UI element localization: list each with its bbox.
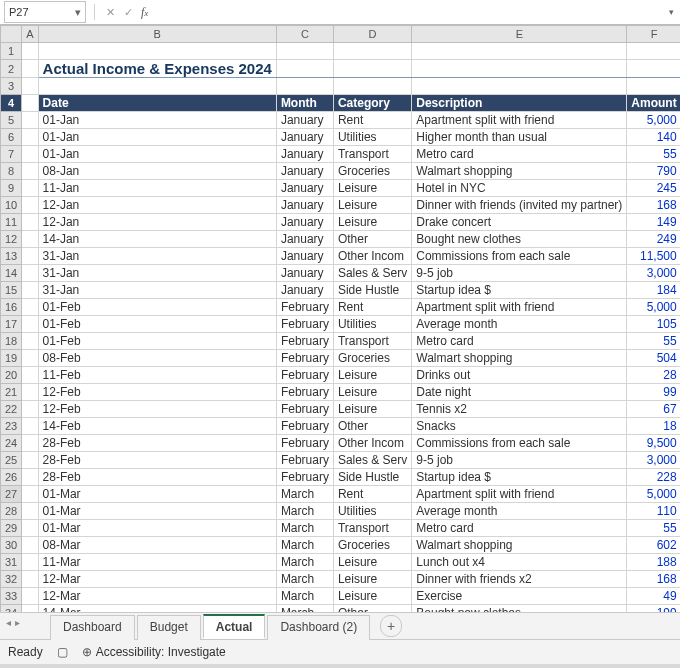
cell[interactable] <box>276 78 333 95</box>
cell[interactable] <box>22 43 38 60</box>
cell-description[interactable]: Apartment split with friend <box>412 299 627 316</box>
cell-description[interactable]: Commissions from each sale <box>412 435 627 452</box>
expand-formula-bar-icon[interactable]: ▾ <box>662 7 680 17</box>
cell-description[interactable]: Higher month than usual <box>412 129 627 146</box>
row-header[interactable]: 7 <box>1 146 22 163</box>
row-header[interactable]: 30 <box>1 537 22 554</box>
cell-month[interactable]: March <box>276 486 333 503</box>
row-header[interactable]: 21 <box>1 384 22 401</box>
cell-month[interactable]: March <box>276 588 333 605</box>
cell-month[interactable]: January <box>276 112 333 129</box>
cell-date[interactable]: 01-Jan <box>38 146 276 163</box>
cell-amount[interactable]: 228 <box>627 469 680 486</box>
row-header[interactable]: 13 <box>1 248 22 265</box>
cell-date[interactable]: 31-Jan <box>38 282 276 299</box>
cell-amount[interactable]: 110 <box>627 503 680 520</box>
cell-month[interactable]: January <box>276 163 333 180</box>
cell-date[interactable]: 01-Feb <box>38 299 276 316</box>
cell[interactable] <box>22 469 38 486</box>
cell-amount[interactable]: 3,000 <box>627 452 680 469</box>
cell-date[interactable]: 12-Mar <box>38 571 276 588</box>
row-header[interactable]: 16 <box>1 299 22 316</box>
fx-icon[interactable]: fx <box>141 5 148 20</box>
cell-description[interactable]: Bought new clothes <box>412 605 627 613</box>
cell-description[interactable]: Walmart shopping <box>412 350 627 367</box>
cell-category[interactable]: Sales & Serv <box>333 265 411 282</box>
cell-amount[interactable]: 504 <box>627 350 680 367</box>
cell-month[interactable]: March <box>276 520 333 537</box>
cell-description[interactable]: Metro card <box>412 146 627 163</box>
cell-description[interactable]: Average month <box>412 316 627 333</box>
cell-category[interactable]: Other <box>333 418 411 435</box>
cell-amount[interactable]: 18 <box>627 418 680 435</box>
col-header-category[interactable]: Category <box>333 95 411 112</box>
cell-date[interactable]: 14-Jan <box>38 231 276 248</box>
cell[interactable] <box>22 537 38 554</box>
cell-month[interactable]: February <box>276 418 333 435</box>
cell-amount[interactable]: 140 <box>627 129 680 146</box>
column-header-D[interactable]: D <box>333 26 411 43</box>
cell-month[interactable]: March <box>276 503 333 520</box>
cell-amount[interactable]: 55 <box>627 333 680 350</box>
cell-amount[interactable]: 28 <box>627 367 680 384</box>
cell[interactable] <box>22 248 38 265</box>
cell-month[interactable]: February <box>276 401 333 418</box>
sheet-tab-actual[interactable]: Actual <box>203 614 266 639</box>
row-header[interactable]: 12 <box>1 231 22 248</box>
cell-date[interactable]: 01-Feb <box>38 333 276 350</box>
cell-date[interactable]: 01-Jan <box>38 112 276 129</box>
row-header[interactable]: 31 <box>1 554 22 571</box>
cell-description[interactable]: Hotel in NYC <box>412 180 627 197</box>
cell-category[interactable]: Utilities <box>333 503 411 520</box>
cell-amount[interactable]: 149 <box>627 214 680 231</box>
cell[interactable] <box>22 435 38 452</box>
cell[interactable] <box>22 588 38 605</box>
cell-category[interactable]: Other Incom <box>333 435 411 452</box>
cell-date[interactable]: 28-Feb <box>38 452 276 469</box>
cell[interactable] <box>22 95 38 112</box>
cell-description[interactable]: Startup idea $ <box>412 282 627 299</box>
cell-category[interactable]: Side Hustle <box>333 282 411 299</box>
cell-description[interactable]: Commissions from each sale <box>412 248 627 265</box>
row-header[interactable]: 19 <box>1 350 22 367</box>
cell-category[interactable]: Side Hustle <box>333 469 411 486</box>
cell-description[interactable]: Bought new clothes <box>412 231 627 248</box>
cell-category[interactable]: Leisure <box>333 571 411 588</box>
cell-month[interactable]: March <box>276 537 333 554</box>
cell-date[interactable]: 12-Jan <box>38 197 276 214</box>
cell-description[interactable]: Drake concert <box>412 214 627 231</box>
cell-date[interactable]: 01-Jan <box>38 129 276 146</box>
cell-description[interactable]: Dinner with friends (invited my partner) <box>412 197 627 214</box>
cell-category[interactable]: Leisure <box>333 384 411 401</box>
cell-date[interactable]: 12-Feb <box>38 401 276 418</box>
cell-amount[interactable]: 168 <box>627 197 680 214</box>
sheet-title[interactable]: Actual Income & Expenses 2024 <box>38 60 276 78</box>
col-header-amount[interactable]: Amount <box>627 95 680 112</box>
cell[interactable] <box>627 78 680 95</box>
row-header[interactable]: 20 <box>1 367 22 384</box>
cell-date[interactable]: 31-Jan <box>38 265 276 282</box>
cell-date[interactable]: 08-Mar <box>38 537 276 554</box>
cell-amount[interactable]: 245 <box>627 180 680 197</box>
cell[interactable] <box>22 180 38 197</box>
row-header[interactable]: 26 <box>1 469 22 486</box>
cell-category[interactable]: Rent <box>333 112 411 129</box>
cell-description[interactable]: Snacks <box>412 418 627 435</box>
row-header[interactable]: 25 <box>1 452 22 469</box>
row-header[interactable]: 17 <box>1 316 22 333</box>
cell-amount[interactable]: 5,000 <box>627 486 680 503</box>
cell-date[interactable]: 08-Feb <box>38 350 276 367</box>
cell-description[interactable]: Apartment split with friend <box>412 112 627 129</box>
name-box[interactable]: P27 ▾ <box>4 1 86 23</box>
cell-month[interactable]: February <box>276 367 333 384</box>
new-sheet-button[interactable]: + <box>380 615 402 637</box>
cell[interactable] <box>22 265 38 282</box>
cell-amount[interactable]: 188 <box>627 554 680 571</box>
cell-date[interactable]: 14-Mar <box>38 605 276 613</box>
cell[interactable] <box>22 146 38 163</box>
cancel-formula-icon[interactable]: ✕ <box>101 3 119 21</box>
cell-category[interactable]: Utilities <box>333 129 411 146</box>
cell[interactable] <box>22 333 38 350</box>
cell-month[interactable]: February <box>276 452 333 469</box>
row-header[interactable]: 2 <box>1 60 22 78</box>
